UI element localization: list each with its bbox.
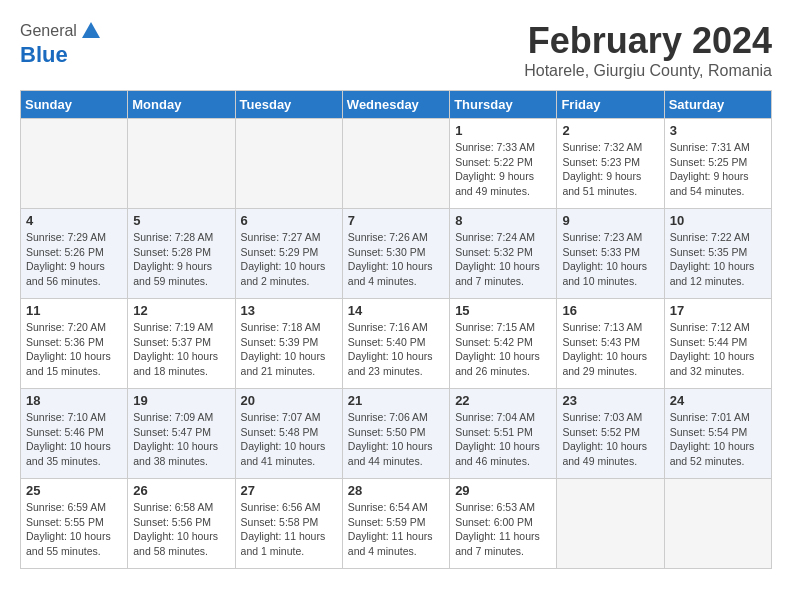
svg-marker-0 bbox=[82, 22, 100, 38]
calendar-cell: 14Sunrise: 7:16 AM Sunset: 5:40 PM Dayli… bbox=[342, 299, 449, 389]
calendar-cell: 28Sunrise: 6:54 AM Sunset: 5:59 PM Dayli… bbox=[342, 479, 449, 569]
day-number: 16 bbox=[562, 303, 658, 318]
day-info: Sunrise: 7:29 AM Sunset: 5:26 PM Dayligh… bbox=[26, 230, 122, 289]
day-info: Sunrise: 7:06 AM Sunset: 5:50 PM Dayligh… bbox=[348, 410, 444, 469]
calendar-cell: 19Sunrise: 7:09 AM Sunset: 5:47 PM Dayli… bbox=[128, 389, 235, 479]
day-info: Sunrise: 7:23 AM Sunset: 5:33 PM Dayligh… bbox=[562, 230, 658, 289]
calendar-table: SundayMondayTuesdayWednesdayThursdayFrid… bbox=[20, 90, 772, 569]
day-info: Sunrise: 7:13 AM Sunset: 5:43 PM Dayligh… bbox=[562, 320, 658, 379]
day-info: Sunrise: 7:09 AM Sunset: 5:47 PM Dayligh… bbox=[133, 410, 229, 469]
day-info: Sunrise: 7:31 AM Sunset: 5:25 PM Dayligh… bbox=[670, 140, 766, 199]
weekday-header-saturday: Saturday bbox=[664, 91, 771, 119]
day-info: Sunrise: 7:24 AM Sunset: 5:32 PM Dayligh… bbox=[455, 230, 551, 289]
day-number: 5 bbox=[133, 213, 229, 228]
day-number: 8 bbox=[455, 213, 551, 228]
day-info: Sunrise: 7:10 AM Sunset: 5:46 PM Dayligh… bbox=[26, 410, 122, 469]
day-info: Sunrise: 7:22 AM Sunset: 5:35 PM Dayligh… bbox=[670, 230, 766, 289]
calendar-week-row: 25Sunrise: 6:59 AM Sunset: 5:55 PM Dayli… bbox=[21, 479, 772, 569]
day-info: Sunrise: 7:28 AM Sunset: 5:28 PM Dayligh… bbox=[133, 230, 229, 289]
day-number: 18 bbox=[26, 393, 122, 408]
day-number: 21 bbox=[348, 393, 444, 408]
logo: General Blue bbox=[20, 20, 102, 68]
calendar-cell: 1Sunrise: 7:33 AM Sunset: 5:22 PM Daylig… bbox=[450, 119, 557, 209]
calendar-cell: 12Sunrise: 7:19 AM Sunset: 5:37 PM Dayli… bbox=[128, 299, 235, 389]
calendar-cell bbox=[21, 119, 128, 209]
day-number: 20 bbox=[241, 393, 337, 408]
calendar-cell: 18Sunrise: 7:10 AM Sunset: 5:46 PM Dayli… bbox=[21, 389, 128, 479]
weekday-header-monday: Monday bbox=[128, 91, 235, 119]
calendar-cell bbox=[557, 479, 664, 569]
calendar-cell: 13Sunrise: 7:18 AM Sunset: 5:39 PM Dayli… bbox=[235, 299, 342, 389]
day-info: Sunrise: 7:27 AM Sunset: 5:29 PM Dayligh… bbox=[241, 230, 337, 289]
logo-icon bbox=[80, 20, 102, 42]
day-number: 24 bbox=[670, 393, 766, 408]
calendar-cell: 4Sunrise: 7:29 AM Sunset: 5:26 PM Daylig… bbox=[21, 209, 128, 299]
day-info: Sunrise: 7:01 AM Sunset: 5:54 PM Dayligh… bbox=[670, 410, 766, 469]
calendar-cell: 20Sunrise: 7:07 AM Sunset: 5:48 PM Dayli… bbox=[235, 389, 342, 479]
calendar-cell: 7Sunrise: 7:26 AM Sunset: 5:30 PM Daylig… bbox=[342, 209, 449, 299]
day-info: Sunrise: 7:12 AM Sunset: 5:44 PM Dayligh… bbox=[670, 320, 766, 379]
weekday-header-friday: Friday bbox=[557, 91, 664, 119]
day-info: Sunrise: 6:58 AM Sunset: 5:56 PM Dayligh… bbox=[133, 500, 229, 559]
calendar-cell bbox=[342, 119, 449, 209]
day-number: 23 bbox=[562, 393, 658, 408]
day-number: 7 bbox=[348, 213, 444, 228]
day-info: Sunrise: 7:15 AM Sunset: 5:42 PM Dayligh… bbox=[455, 320, 551, 379]
title-section: February 2024 Hotarele, Giurgiu County, … bbox=[524, 20, 772, 80]
calendar-cell: 15Sunrise: 7:15 AM Sunset: 5:42 PM Dayli… bbox=[450, 299, 557, 389]
calendar-cell: 8Sunrise: 7:24 AM Sunset: 5:32 PM Daylig… bbox=[450, 209, 557, 299]
calendar-cell: 10Sunrise: 7:22 AM Sunset: 5:35 PM Dayli… bbox=[664, 209, 771, 299]
day-number: 4 bbox=[26, 213, 122, 228]
calendar-cell: 11Sunrise: 7:20 AM Sunset: 5:36 PM Dayli… bbox=[21, 299, 128, 389]
day-info: Sunrise: 6:56 AM Sunset: 5:58 PM Dayligh… bbox=[241, 500, 337, 559]
day-info: Sunrise: 6:59 AM Sunset: 5:55 PM Dayligh… bbox=[26, 500, 122, 559]
day-number: 1 bbox=[455, 123, 551, 138]
day-info: Sunrise: 7:18 AM Sunset: 5:39 PM Dayligh… bbox=[241, 320, 337, 379]
day-info: Sunrise: 7:20 AM Sunset: 5:36 PM Dayligh… bbox=[26, 320, 122, 379]
day-number: 12 bbox=[133, 303, 229, 318]
weekday-header-tuesday: Tuesday bbox=[235, 91, 342, 119]
day-number: 25 bbox=[26, 483, 122, 498]
day-info: Sunrise: 7:03 AM Sunset: 5:52 PM Dayligh… bbox=[562, 410, 658, 469]
calendar-cell: 24Sunrise: 7:01 AM Sunset: 5:54 PM Dayli… bbox=[664, 389, 771, 479]
day-number: 29 bbox=[455, 483, 551, 498]
day-number: 10 bbox=[670, 213, 766, 228]
day-info: Sunrise: 7:33 AM Sunset: 5:22 PM Dayligh… bbox=[455, 140, 551, 199]
calendar-cell: 6Sunrise: 7:27 AM Sunset: 5:29 PM Daylig… bbox=[235, 209, 342, 299]
calendar-cell bbox=[664, 479, 771, 569]
day-info: Sunrise: 7:04 AM Sunset: 5:51 PM Dayligh… bbox=[455, 410, 551, 469]
day-number: 6 bbox=[241, 213, 337, 228]
calendar-cell: 23Sunrise: 7:03 AM Sunset: 5:52 PM Dayli… bbox=[557, 389, 664, 479]
location-title: Hotarele, Giurgiu County, Romania bbox=[524, 62, 772, 80]
calendar-cell: 27Sunrise: 6:56 AM Sunset: 5:58 PM Dayli… bbox=[235, 479, 342, 569]
day-number: 17 bbox=[670, 303, 766, 318]
calendar-cell: 3Sunrise: 7:31 AM Sunset: 5:25 PM Daylig… bbox=[664, 119, 771, 209]
day-number: 11 bbox=[26, 303, 122, 318]
day-info: Sunrise: 7:26 AM Sunset: 5:30 PM Dayligh… bbox=[348, 230, 444, 289]
day-info: Sunrise: 6:54 AM Sunset: 5:59 PM Dayligh… bbox=[348, 500, 444, 559]
day-info: Sunrise: 6:53 AM Sunset: 6:00 PM Dayligh… bbox=[455, 500, 551, 559]
calendar-week-row: 18Sunrise: 7:10 AM Sunset: 5:46 PM Dayli… bbox=[21, 389, 772, 479]
day-number: 26 bbox=[133, 483, 229, 498]
weekday-header-thursday: Thursday bbox=[450, 91, 557, 119]
day-number: 2 bbox=[562, 123, 658, 138]
calendar-week-row: 1Sunrise: 7:33 AM Sunset: 5:22 PM Daylig… bbox=[21, 119, 772, 209]
day-number: 19 bbox=[133, 393, 229, 408]
calendar-cell: 17Sunrise: 7:12 AM Sunset: 5:44 PM Dayli… bbox=[664, 299, 771, 389]
day-number: 3 bbox=[670, 123, 766, 138]
logo-blue-text: Blue bbox=[20, 42, 68, 68]
day-number: 22 bbox=[455, 393, 551, 408]
calendar-cell: 22Sunrise: 7:04 AM Sunset: 5:51 PM Dayli… bbox=[450, 389, 557, 479]
page-header: General Blue February 2024 Hotarele, Giu… bbox=[20, 20, 772, 80]
calendar-cell: 5Sunrise: 7:28 AM Sunset: 5:28 PM Daylig… bbox=[128, 209, 235, 299]
month-title: February 2024 bbox=[524, 20, 772, 62]
calendar-week-row: 11Sunrise: 7:20 AM Sunset: 5:36 PM Dayli… bbox=[21, 299, 772, 389]
calendar-cell bbox=[128, 119, 235, 209]
weekday-header-wednesday: Wednesday bbox=[342, 91, 449, 119]
day-info: Sunrise: 7:16 AM Sunset: 5:40 PM Dayligh… bbox=[348, 320, 444, 379]
calendar-cell: 9Sunrise: 7:23 AM Sunset: 5:33 PM Daylig… bbox=[557, 209, 664, 299]
day-info: Sunrise: 7:07 AM Sunset: 5:48 PM Dayligh… bbox=[241, 410, 337, 469]
day-number: 15 bbox=[455, 303, 551, 318]
calendar-cell: 16Sunrise: 7:13 AM Sunset: 5:43 PM Dayli… bbox=[557, 299, 664, 389]
day-info: Sunrise: 7:32 AM Sunset: 5:23 PM Dayligh… bbox=[562, 140, 658, 199]
